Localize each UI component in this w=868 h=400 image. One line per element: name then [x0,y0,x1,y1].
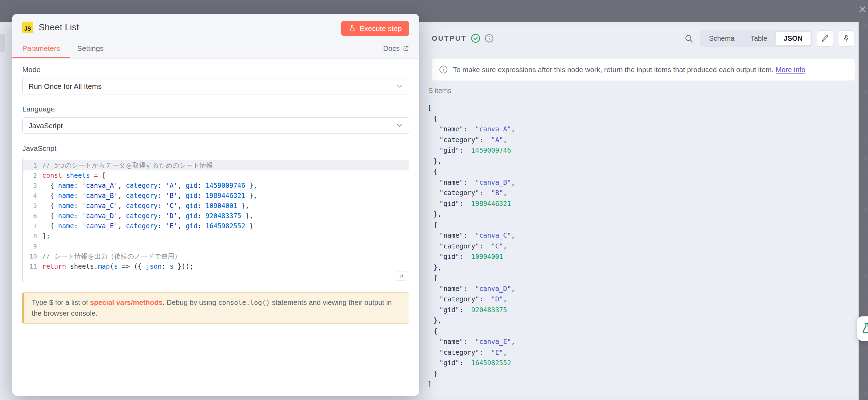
json-line: }, [428,156,859,167]
output-header: OUTPUT Schema Table JSON [419,26,859,51]
line-number: 10 [23,251,42,261]
docs-label: Docs [383,44,400,53]
json-line: } [428,368,859,379]
code-text: { name: 'canva_C', category: 'C', gid: 1… [42,201,249,211]
output-view-switcher: Schema Table JSON [700,30,812,47]
view-tab-schema[interactable]: Schema [701,31,742,46]
json-line: "name": "canva_E", [428,336,859,347]
code-line: 1// 5つのシートからデータを取得するためのシート情報 [23,160,409,170]
tab-settings[interactable]: Settings [77,44,104,58]
info-icon [439,65,448,74]
execute-step-label: Execute step [360,24,402,33]
json-line: "category": "D", [428,294,859,305]
code-text: // 5つのシートからデータを取得するためのシート情報 [42,160,213,170]
view-tab-table[interactable]: Table [743,31,775,46]
line-number: 6 [23,211,42,221]
edit-output-button[interactable] [817,30,833,47]
json-line: "gid": 1645982552 [428,357,859,368]
code-text [42,241,46,251]
active-tab-underline [12,57,70,58]
language-value: JavaScript [29,122,63,130]
editor-hint: Type $ for a list of special vars/method… [22,292,409,324]
flask-icon [349,25,356,32]
output-info-icon[interactable] [485,34,494,43]
tab-parameters[interactable]: Parameters [22,44,60,58]
json-line: { [428,113,859,124]
code-line: 7 { name: 'canva_E', category: 'E', gid:… [23,221,409,231]
code-text: return sheets.map(s => ({ json: s })); [42,261,194,271]
node-header: JS Sheet List Execute step Parameters Se… [12,14,419,59]
background-node-fragment [0,34,5,52]
code-text: const sheets = [ [42,170,106,180]
line-number: 7 [23,221,42,231]
mode-label: Mode [22,66,409,74]
mode-field: Mode Run Once for All Items [22,66,409,94]
flask-icon [861,322,868,335]
code-text: { name: 'canva_A', category: 'A', gid: 1… [42,180,257,191]
language-label: Language [22,105,409,113]
code-line: 2const sheets = [ [23,170,409,180]
node-title[interactable]: Sheet List [39,22,79,33]
line-number: 1 [23,160,42,170]
json-line: "name": "canva_B", [428,177,859,188]
code-text: { name: 'canva_E', category: 'E', gid: 1… [42,221,253,231]
json-line: "category": "A", [428,134,859,145]
special-vars-link[interactable]: special vars/methods [90,298,163,306]
json-line: "gid": 1459009746 [428,145,859,156]
code-line: 11return sheets.map(s => ({ json: s })); [23,261,409,271]
json-line: "name": "canva_C", [428,230,859,241]
close-icon[interactable]: × [857,4,868,15]
code-line: 8]; [23,231,409,241]
line-number: 3 [23,180,42,191]
json-line: "category": "E", [428,347,859,358]
json-line: "category": "B", [428,187,859,198]
items-count: 5 items [429,87,859,95]
json-line: "name": "canva_A", [428,124,859,134]
line-number: 9 [23,241,42,251]
pencil-icon [821,34,829,43]
more-info-link[interactable]: More info [776,66,805,74]
hint-code: console.log() [218,299,270,306]
line-number: 2 [23,170,42,180]
test-workflow-button[interactable] [857,316,868,341]
javascript-node-icon: JS [22,22,33,33]
json-line: ] [428,379,859,390]
banner-text: To make sure expressions after this node… [453,66,774,74]
execute-step-button[interactable]: Execute step [341,21,409,36]
docs-link[interactable]: Docs [383,44,409,53]
code-text: // シート情報を出力（後続のノードで使用） [42,251,181,261]
mode-select[interactable]: Run Once for All Items [22,78,409,94]
language-field: Language JavaScript [22,105,409,134]
code-editor[interactable]: 1// 5つのシートからデータを取得するためのシート情報2const sheet… [22,157,409,283]
pop-out-icon [398,273,404,279]
json-output[interactable]: [{"name": "canva_A","category": "A","gid… [428,102,859,390]
code-text: { name: 'canva_B', category: 'B', gid: 1… [42,191,257,201]
chevron-down-icon [396,122,404,130]
json-line: { [428,166,859,177]
json-line: { [428,272,859,283]
line-number: 8 [23,231,42,241]
language-select[interactable]: JavaScript [22,117,409,134]
pin-data-button[interactable] [838,30,854,47]
code-line: 4 { name: 'canva_B', category: 'B', gid:… [23,191,409,201]
chevron-down-icon [396,82,404,90]
output-panel: OUTPUT Schema Table JSON To make sure ex… [419,26,859,396]
output-info-banner: To make sure expressions after this node… [432,59,855,80]
json-line: "category": "C", [428,241,859,252]
code-lines: 1// 5つのシートからデータを取得するためのシート情報2const sheet… [23,160,409,271]
search-icon[interactable] [684,34,694,43]
json-line: }, [428,262,859,273]
external-link-icon [402,45,409,52]
node-tabs: Parameters Settings [12,44,103,58]
output-title: OUTPUT [432,34,467,43]
code-line: 6 { name: 'canva_D', category: 'D', gid:… [23,211,409,221]
line-number: 4 [23,191,42,201]
hint-text: Type $ for a list of [32,298,90,306]
line-number: 11 [23,261,42,271]
expand-editor-button[interactable] [396,271,406,281]
code-line: 5 { name: 'canva_C', category: 'C', gid:… [23,201,409,211]
json-line: { [428,220,859,230]
mode-value: Run Once for All Items [29,82,102,91]
view-tab-json[interactable]: JSON [775,31,811,46]
json-line: { [428,326,859,337]
